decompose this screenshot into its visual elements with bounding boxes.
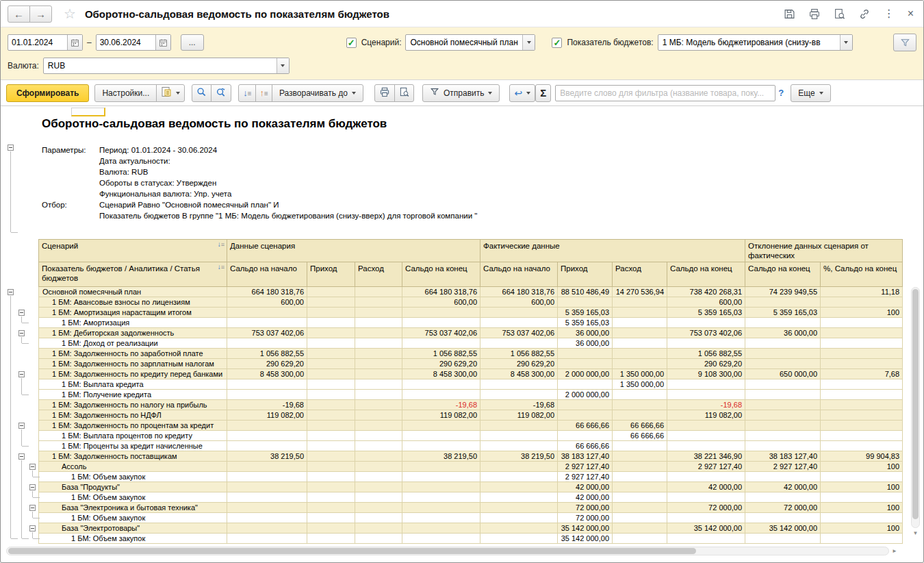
value-cell[interactable]: 100 [821, 462, 903, 472]
value-cell[interactable] [402, 441, 480, 451]
send-button[interactable]: Отправить [422, 84, 500, 102]
value-cell[interactable] [558, 359, 613, 369]
value-cell[interactable] [227, 338, 307, 349]
column-group-header[interactable]: Данные сценария [227, 240, 480, 262]
value-cell[interactable]: 2 000 000,00 [558, 390, 613, 400]
value-cell[interactable] [745, 410, 821, 421]
column-group-header[interactable]: Отклонение данных сценария от фактически… [745, 240, 903, 262]
row-label-cell[interactable]: 1 БМ: Задолженность по процентам за кред… [39, 421, 227, 431]
value-cell[interactable] [667, 318, 745, 328]
value-cell[interactable]: 1 056 882,55 [667, 349, 745, 359]
value-cell[interactable]: 100 [821, 503, 903, 513]
value-cell[interactable]: 650 000,00 [745, 369, 821, 379]
value-cell[interactable]: -19,68 [667, 400, 745, 410]
value-cell[interactable] [307, 431, 355, 441]
value-cell[interactable]: 42 000,00 [745, 482, 821, 492]
scrollbar-track[interactable] [6, 547, 889, 555]
value-cell[interactable] [613, 462, 667, 472]
value-cell[interactable] [227, 431, 307, 441]
value-cell[interactable] [480, 462, 558, 472]
value-cell[interactable] [355, 308, 402, 318]
value-cell[interactable]: 38 183 127,40 [745, 451, 821, 462]
value-cell[interactable]: 8 458 300,00 [227, 369, 307, 379]
expand-to-button[interactable]: Разворачивать до [272, 84, 363, 102]
value-cell[interactable] [745, 534, 821, 544]
value-cell[interactable] [307, 410, 355, 421]
value-cell[interactable]: 11,18 [821, 287, 903, 297]
value-cell[interactable] [355, 359, 402, 369]
row-label-cell[interactable]: 1 БМ: Объем закупок [39, 472, 227, 482]
scenario-combobox[interactable]: Основной помесячный план [405, 34, 535, 51]
value-cell[interactable] [745, 318, 821, 328]
value-cell[interactable] [402, 318, 480, 328]
column-header[interactable]: Сальдо на конец [667, 262, 745, 287]
value-cell[interactable] [821, 338, 903, 349]
sort-icon[interactable]: ↓≡ [218, 264, 224, 271]
row-label-cell[interactable]: 1 БМ: Объем закупок [39, 513, 227, 523]
value-cell[interactable]: 100 [821, 523, 903, 534]
value-cell[interactable] [558, 297, 613, 308]
value-cell[interactable] [821, 421, 903, 431]
row-label-cell[interactable]: 1 БМ: Задолженность по НДФЛ [39, 410, 227, 421]
value-cell[interactable]: 119 082,00 [667, 410, 745, 421]
scenario-checkbox[interactable]: ✓ [346, 38, 357, 48]
value-cell[interactable] [355, 421, 402, 431]
value-cell[interactable] [745, 359, 821, 369]
report-variants-button[interactable] [156, 84, 185, 102]
value-cell[interactable] [480, 482, 558, 492]
value-cell[interactable] [402, 523, 480, 534]
more-button[interactable]: Еще [791, 84, 830, 102]
filter-settings-button[interactable] [893, 34, 916, 51]
calendar-icon[interactable] [67, 35, 82, 50]
value-cell[interactable] [307, 441, 355, 451]
value-cell[interactable]: 119 082,00 [227, 410, 307, 421]
value-cell[interactable]: 290 629,20 [667, 359, 745, 369]
column-header[interactable]: Показатель бюджетов / Аналитика / Статья… [39, 262, 227, 287]
collapse-toggle[interactable] [18, 453, 25, 460]
value-cell[interactable] [480, 513, 558, 523]
value-cell[interactable] [613, 410, 667, 421]
value-cell[interactable] [355, 287, 402, 297]
value-cell[interactable] [402, 492, 480, 503]
back-button[interactable]: ← [8, 5, 30, 23]
value-cell[interactable] [613, 359, 667, 369]
value-cell[interactable]: 14 270 536,94 [613, 287, 667, 297]
value-cell[interactable]: 35 142 000,00 [558, 534, 613, 544]
settings-button[interactable]: Настройки... [94, 84, 157, 102]
value-cell[interactable]: 35 142 000,00 [667, 523, 745, 534]
value-cell[interactable] [355, 431, 402, 441]
value-cell[interactable] [745, 379, 821, 390]
vertical-scrollbar[interactable]: ▼ [911, 287, 920, 536]
value-cell[interactable] [402, 431, 480, 441]
value-cell[interactable] [402, 482, 480, 492]
row-label-cell[interactable]: 1 БМ: Амортизация нарастащим итогом [39, 308, 227, 318]
value-cell[interactable]: 2 927 127,40 [558, 462, 613, 472]
column-header[interactable]: Приход [307, 262, 355, 287]
value-cell[interactable] [613, 400, 667, 410]
value-cell[interactable] [480, 318, 558, 328]
column-header[interactable]: Сальдо на начало [480, 262, 558, 287]
value-cell[interactable] [558, 400, 613, 410]
value-cell[interactable]: 42 000,00 [667, 482, 745, 492]
collapse-toggle[interactable] [29, 484, 36, 490]
value-cell[interactable] [402, 379, 480, 390]
value-cell[interactable] [745, 441, 821, 451]
period-to-field[interactable] [96, 34, 171, 51]
collapse-toggle[interactable] [8, 145, 14, 151]
value-cell[interactable] [613, 472, 667, 482]
value-cell[interactable]: 38 183 127,40 [558, 451, 613, 462]
value-cell[interactable] [227, 390, 307, 400]
value-cell[interactable]: 2 927 127,40 [667, 462, 745, 472]
scroll-down-icon[interactable]: ▼ [911, 530, 920, 536]
value-cell[interactable] [355, 503, 402, 513]
value-cell[interactable] [355, 349, 402, 359]
close-icon[interactable]: × [908, 8, 914, 19]
value-cell[interactable]: 42 000,00 [558, 492, 613, 503]
value-cell[interactable] [227, 503, 307, 513]
collapse-toggle[interactable] [18, 371, 25, 377]
value-cell[interactable]: 600,00 [480, 297, 558, 308]
value-cell[interactable]: 753 037 402,06 [480, 328, 558, 338]
value-cell[interactable]: 600,00 [227, 297, 307, 308]
value-cell[interactable]: 66 666,66 [558, 421, 613, 431]
value-cell[interactable] [355, 328, 402, 338]
